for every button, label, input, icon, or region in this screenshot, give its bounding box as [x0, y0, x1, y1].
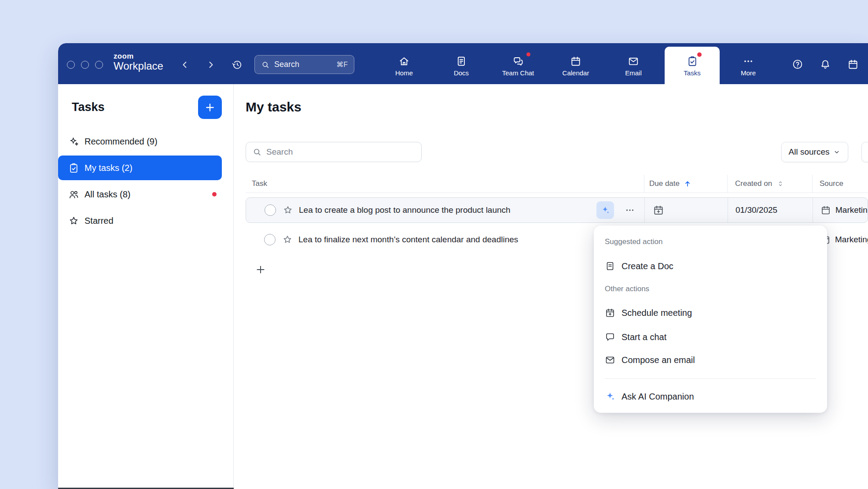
people-icon: [68, 189, 79, 200]
nav-home[interactable]: Home: [380, 56, 428, 77]
sources-filter-dropdown[interactable]: All sources: [781, 142, 848, 162]
source-doc-icon: [820, 205, 831, 215]
star-icon[interactable]: [282, 234, 293, 245]
sidebar-item-label: Starred: [85, 216, 114, 226]
menu-section-label: Other actions: [605, 285, 649, 293]
calendar-icon: [847, 59, 859, 70]
sidebar-item-my-tasks[interactable]: My tasks (2): [58, 156, 222, 180]
calendar-panel-button[interactable]: [847, 59, 859, 70]
global-search-placeholder: Search: [274, 60, 299, 69]
menu-item-create-doc[interactable]: Create a Doc: [605, 257, 816, 275]
calendar-icon: [570, 56, 581, 67]
menu-item-schedule-meeting[interactable]: Schedule meeting: [605, 304, 816, 322]
sidebar-item-label: Recommended (9): [85, 137, 158, 147]
calendar-plus-icon: [653, 204, 664, 216]
search-shortcut: ⌘F: [336, 60, 348, 69]
sidebar-item-label: All tasks (8): [85, 189, 130, 200]
more-icon: [743, 56, 754, 67]
all-tasks-badge: [212, 192, 217, 196]
zoom-logo-text: zoom: [114, 52, 163, 60]
workplace-logo-text: Workplace: [114, 60, 163, 72]
source-value: Marketing: [835, 205, 868, 215]
add-task-button[interactable]: [198, 96, 222, 119]
chat-bubble-icon: [605, 332, 615, 342]
notifications-button[interactable]: [820, 59, 831, 70]
back-button[interactable]: [180, 59, 190, 70]
source-value: Marketing: [835, 235, 868, 244]
task-complete-circle[interactable]: [264, 234, 276, 245]
sidebar-title: Tasks: [72, 100, 105, 114]
ai-companion-button[interactable]: [596, 201, 614, 219]
ai-sparkle-icon: [600, 205, 610, 215]
doc-icon: [605, 261, 615, 271]
task-title[interactable]: Lea to finalize next month’s content cal…: [298, 235, 518, 244]
search-icon: [261, 60, 270, 69]
history-button[interactable]: [232, 59, 243, 70]
suggested-actions-menu: Suggested action Create a Doc Other acti…: [594, 226, 827, 413]
tasks-sidebar: Tasks Recommended (9) My tasks (2): [58, 84, 234, 489]
sort-icon: [776, 180, 784, 188]
chevron-right-icon: [206, 59, 216, 70]
row-more-button[interactable]: [624, 204, 636, 216]
search-icon: [252, 147, 262, 157]
top-bar: zoom Workplace Search ⌘F Home: [58, 43, 868, 84]
page-title: My tasks: [246, 100, 302, 115]
window-control-2[interactable]: [81, 61, 89, 69]
forward-button[interactable]: [206, 59, 216, 70]
ai-sparkle-icon: [605, 391, 615, 402]
task-complete-circle[interactable]: [265, 204, 276, 216]
star-icon: [68, 215, 79, 226]
sidebar-item-recommended[interactable]: Recommended (9): [58, 129, 222, 154]
task-row-1: Lea to create a blog post to announce th…: [246, 197, 868, 223]
task-search-box[interactable]: [246, 142, 422, 162]
nav-more[interactable]: More: [724, 56, 772, 77]
zoom-workplace-logo: zoom Workplace: [114, 52, 163, 72]
my-tasks-icon: [68, 163, 79, 174]
global-search-box[interactable]: Search ⌘F: [254, 55, 354, 74]
table-header: Task Due date Created on Source: [246, 175, 868, 193]
menu-item-compose-email[interactable]: Compose an email: [605, 351, 816, 369]
app-window: zoom Workplace Search ⌘F Home: [58, 43, 868, 489]
clipped-toolbar-button[interactable]: [861, 142, 868, 162]
sidebar-item-starred[interactable]: Starred: [58, 208, 222, 233]
docs-icon: [456, 56, 467, 67]
column-source: Source: [812, 175, 868, 193]
task-title[interactable]: Lea to create a blog post to announce th…: [299, 205, 511, 215]
calendar-plus-icon: [605, 307, 615, 318]
menu-item-ask-ai-companion[interactable]: Ask AI Companion: [605, 388, 816, 405]
sort-ascending-icon: [683, 179, 692, 188]
team-chat-badge: [526, 52, 530, 56]
add-due-date-button[interactable]: [653, 204, 664, 216]
window-control-1[interactable]: [67, 61, 75, 69]
plus-icon: [204, 102, 216, 113]
tasks-icon: [687, 56, 698, 67]
nav-docs[interactable]: Docs: [437, 56, 485, 77]
tasks-badge: [697, 52, 702, 57]
task-search-input[interactable]: [266, 147, 415, 157]
main-content: My tasks All sources Task Due date: [234, 84, 868, 489]
sidebar-list: Recommended (9) My tasks (2) All tasks (…: [58, 129, 222, 235]
sparkle-icon: [68, 136, 79, 147]
plus-icon: [255, 264, 266, 275]
envelope-icon: [605, 355, 615, 365]
sidebar-item-all-tasks[interactable]: All tasks (8): [58, 182, 222, 207]
column-due-date[interactable]: Due date: [644, 175, 727, 193]
sources-filter-label: All sources: [789, 147, 830, 157]
menu-section-label: Suggested action: [605, 237, 662, 246]
window-control-3[interactable]: [95, 61, 103, 69]
nav-tasks-active-tab[interactable]: Tasks: [665, 47, 720, 84]
menu-item-start-chat[interactable]: Start a chat: [605, 328, 816, 346]
sidebar-item-label: My tasks (2): [85, 163, 132, 173]
history-icon: [232, 59, 243, 70]
nav-email[interactable]: Email: [609, 56, 658, 77]
ellipsis-icon: [625, 205, 635, 215]
team-chat-icon: [512, 56, 524, 67]
nav-calendar[interactable]: Calendar: [552, 56, 600, 77]
help-button[interactable]: [792, 59, 803, 70]
column-task: Task: [246, 175, 644, 193]
column-created-on[interactable]: Created on: [727, 175, 812, 193]
nav-team-chat[interactable]: Team Chat: [494, 56, 542, 77]
add-task-row-button[interactable]: [255, 264, 266, 275]
star-icon[interactable]: [283, 205, 293, 215]
help-icon: [792, 59, 803, 70]
